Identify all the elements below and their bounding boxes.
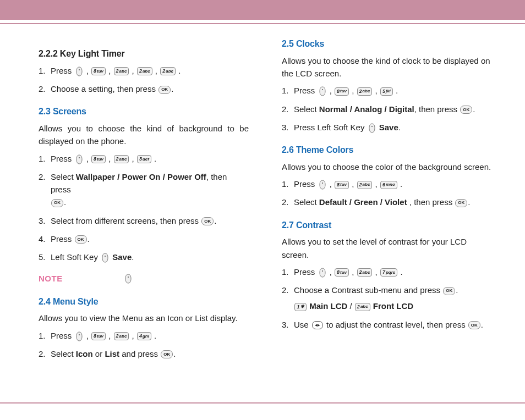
key-3def: 3def [137,155,151,163]
header-bar [0,0,525,20]
key-2abc: 2abc [160,67,176,75]
key-5jkl: 5jkl [380,87,393,96]
key-7pqrs: 7pqrs [380,268,397,277]
heading-222: 2.2.2 Key Light Timer [39,47,249,61]
key-ok: OK [201,217,214,225]
key-2abc: 2abc [114,67,129,75]
heading-26: 2.6 Theme Colors [282,143,492,157]
step-23-3: Select from different screens, then pres… [39,214,249,227]
softkey-icon [75,67,83,76]
softkey-icon [75,331,83,341]
step-27-2: Choose a Contrast sub-menu and press OK.… [282,284,492,313]
svg-point-4 [79,334,80,335]
svg-point-6 [371,126,373,127]
heading-25: 2.5 Clocks [282,37,492,51]
steps-27: Press , 8tuv , 2abc , 7pqrs . Choose a C… [282,266,492,331]
nav-icon: ◂▸ [312,321,323,329]
step-27-3: Use ◂▸ to adjust the contrast level, the… [282,318,492,331]
step-26-1: Press , 8tuv , 2abc , 6mno . [282,178,492,190]
step-26-2: Select Default / Green / Violet , then p… [282,196,492,208]
key-ok: OK [75,235,87,244]
step-25-3: Press Left Soft Key Save. [282,121,492,134]
steps-24: Press , 8tuv , 2abc , 4ghi . Select Icon… [39,329,249,361]
key-2abc: 2abc [137,67,152,75]
key-ok: OK [443,287,455,295]
key-2abc: 2abc [357,268,373,277]
key-8tuv: 8tuv [335,87,349,96]
key-ok: OK [51,199,63,207]
key-ok: OK [455,199,467,207]
softkey-icon [75,154,83,164]
key-2abc: 2abc [114,155,129,163]
key-2abc: 2abc [114,332,129,340]
svg-point-8 [322,270,323,272]
desc-24: Allows you to view the Menu as an Icon o… [39,312,249,324]
svg-point-2 [105,256,106,257]
desc-27: Allows you to set the level of contrast … [282,235,492,261]
softkey-icon [101,253,109,263]
step-25-1: Press , 8tuv , 2abc , 5jkl . [282,84,492,97]
key-2abc: 2abc [355,303,370,311]
steps-26: Press , 8tuv , 2abc , 6mno . Select Defa… [282,178,492,209]
desc-25: Allows you to choose the kind of clock t… [282,54,492,80]
softkey-icon [368,123,376,133]
steps-222: Press , 8tuv , 2abc , 2abc , 2abc . Choo… [39,64,249,96]
key-8tuv: 8tuv [91,332,106,340]
desc-23: Allows you to choose the kind of backgro… [39,122,249,148]
key-2abc: 2abc [357,181,373,189]
key-ok: OK [460,106,472,114]
key-8tuv: 8tuv [335,181,349,189]
svg-point-5 [322,89,323,90]
step-222-1: Press , 8tuv , 2abc , 2abc , 2abc . [39,64,249,77]
step-23-5: Left Soft Key Save. [39,251,249,263]
note-label: NOTE [39,272,63,285]
step-27-1: Press , 8tuv , 2abc , 7pqrs . [282,266,492,278]
left-column: 2.2.2 Key Light Timer Press , 8tuv , 2ab… [39,37,249,366]
svg-point-7 [322,183,323,184]
softkey-icon [319,180,326,190]
key-4ghi: 4ghi [137,332,151,340]
step-222-2: Choose a setting, then press OK. [39,82,249,95]
key-8tuv: 8tuv [91,67,106,75]
steps-25: Press , 8tuv , 2abc , 5jkl . Select Norm… [282,84,492,134]
key-2abc: 2abc [357,87,373,96]
key-ok: OK [161,350,173,358]
svg-point-3 [128,277,129,278]
softkey-icon [319,86,326,96]
steps-23: Press , 8tuv , 2abc , 3def . Select Wall… [39,152,249,264]
svg-point-0 [79,69,80,70]
step-24-2: Select Icon or List and press OK. [39,347,249,360]
right-column: 2.5 Clocks Allows you to choose the kind… [282,37,492,366]
heading-23: 2.3 Screens [39,105,249,119]
step-25-2: Select Normal / Analog / Digital, then p… [282,103,492,115]
note-row: NOTE [39,272,249,285]
key-8tuv: 8tuv [335,268,349,277]
step-23-4: Press OK. [39,233,249,245]
key-ok: OK [158,86,171,94]
footer-line [0,402,525,404]
step-23-1: Press , 8tuv , 2abc , 3def . [39,152,249,165]
step-27-2-sub: 1✱ Main LCD / 2abc Front LCD [294,300,492,312]
desc-26: Allows you to choose the color of the ba… [282,161,492,173]
step-23-2: Select Wallpaper / Power On / Power Off,… [39,170,249,209]
content: 2.2.2 Key Light Timer Press , 8tuv , 2ab… [0,24,525,382]
svg-point-1 [79,157,80,158]
key-1: 1✱ [294,303,307,311]
softkey-icon [124,274,132,284]
step-24-1: Press , 8tuv , 2abc , 4ghi . [39,329,249,342]
softkey-icon [319,268,326,278]
key-8tuv: 8tuv [91,155,106,163]
heading-24: 2.4 Menu Style [39,295,249,309]
key-ok: OK [468,321,480,329]
key-6mno: 6mno [380,181,397,189]
heading-27: 2.7 Contrast [282,219,492,233]
